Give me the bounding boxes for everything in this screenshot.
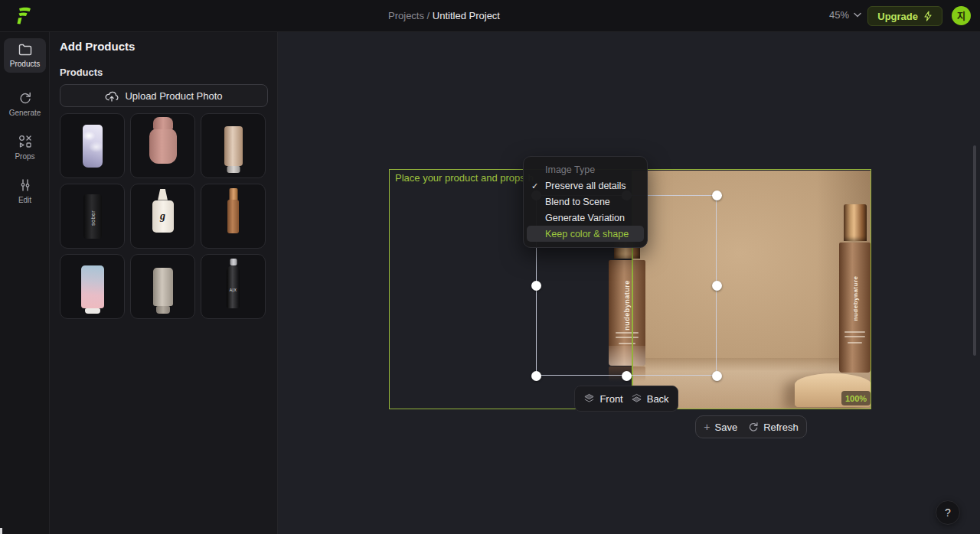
menu-item-label: Generate Variation — [545, 213, 625, 223]
label-lines — [844, 331, 864, 333]
layer-order-toolbar: Front Back — [574, 386, 678, 412]
product-image: g — [152, 200, 174, 233]
bring-to-front-button[interactable]: Front — [583, 393, 622, 405]
product-image: A|X — [227, 265, 240, 308]
product-thumbnail-4[interactable]: sober — [60, 184, 125, 249]
upload-product-photo-button[interactable]: Upload Product Photo — [60, 84, 268, 107]
menu-item-generate-variation[interactable]: Generate Variation — [524, 210, 647, 226]
refresh-icon — [748, 422, 759, 432]
lightning-icon — [923, 11, 933, 21]
sidebar-item-label: Products — [10, 60, 40, 68]
top-bar: Projects / Untitled Project 45% Upgrade … — [0, 0, 980, 32]
bottle-body: nudebynature — [839, 243, 871, 373]
product-image — [227, 200, 239, 233]
check-icon: ✓ — [531, 181, 538, 190]
sidebar-item-label: Props — [15, 152, 34, 161]
menu-item-keep-color-shape[interactable]: Keep color & shape — [527, 226, 644, 242]
generate-icon — [18, 91, 32, 105]
help-button[interactable]: ? — [936, 500, 960, 525]
product-grid: sober g A|X — [60, 113, 268, 319]
sidebar-item-products[interactable]: Products — [4, 38, 46, 73]
plus-icon: + — [704, 421, 710, 433]
canvas-scrollbar[interactable] — [973, 145, 976, 356]
bottle-brand-text: nudebynature — [851, 276, 858, 321]
scene-image[interactable] — [632, 171, 871, 409]
product-brand: g — [160, 210, 165, 223]
app-logo-icon[interactable] — [14, 6, 34, 26]
product-image — [153, 268, 173, 306]
selection-handle-mid-right[interactable] — [712, 281, 722, 291]
sliders-icon — [18, 178, 32, 192]
product-image — [81, 265, 104, 308]
products-section-label: Products — [60, 67, 103, 78]
save-label: Save — [715, 422, 738, 433]
sidebar-item-generate[interactable]: Generate — [4, 86, 46, 122]
label-lines — [616, 332, 639, 334]
upgrade-label: Upgrade — [877, 11, 918, 22]
upload-cloud-icon — [105, 90, 119, 102]
product-image — [83, 125, 103, 168]
refresh-button[interactable]: Refresh — [748, 422, 799, 433]
selection-handle-bottom-right[interactable] — [712, 371, 722, 381]
action-toolbar: + Save Refresh — [695, 415, 807, 438]
menu-item-label: Keep color & shape — [545, 229, 629, 239]
product-thumbnail-6[interactable] — [201, 184, 266, 249]
avatar[interactable]: 지 — [952, 6, 971, 25]
product-image: sober — [83, 194, 102, 239]
menu-item-label: Preserve all details — [545, 181, 626, 191]
menu-header: Image Type — [524, 161, 647, 177]
placed-product-bottle[interactable]: nudebynature — [609, 234, 645, 366]
product-thumbnail-3[interactable] — [201, 113, 266, 178]
selection-handle-bottom-left[interactable] — [531, 371, 541, 381]
refresh-label: Refresh — [763, 422, 799, 433]
product-thumbnail-7[interactable] — [60, 254, 125, 319]
send-to-back-button[interactable]: Back — [631, 393, 669, 405]
bottle-cap — [844, 204, 867, 241]
scene-product-bottle[interactable]: nudebynature — [839, 204, 871, 373]
corner-sliver — [0, 528, 2, 534]
product-image — [149, 129, 177, 164]
image-zoom-badge: 100% — [841, 391, 871, 405]
image-type-context-menu: Image Type ✓ Preserve all details Blend … — [523, 156, 648, 248]
menu-item-label: Blend to Scene — [545, 197, 610, 207]
upload-label: Upload Product Photo — [125, 90, 222, 102]
zoom-value: 45% — [829, 9, 849, 21]
sidebar-item-edit[interactable]: Edit — [4, 173, 46, 209]
selection-handle-top-right[interactable] — [712, 190, 722, 200]
props-icon — [18, 135, 32, 148]
bottle-glass — [609, 346, 645, 366]
front-label: Front — [599, 393, 622, 405]
label-lines — [619, 343, 635, 344]
bring-front-icon — [583, 393, 595, 404]
folder-icon — [18, 44, 32, 56]
product-thumbnail-5[interactable]: g — [130, 184, 195, 249]
back-label: Back — [647, 393, 669, 405]
product-image — [224, 126, 243, 166]
chevron-down-icon — [854, 12, 861, 18]
question-mark-icon: ? — [945, 506, 951, 519]
product-thumbnail-2[interactable] — [130, 113, 195, 178]
panel-title: Add Products — [60, 40, 135, 53]
label-lines — [848, 342, 861, 344]
product-thumbnail-8[interactable] — [130, 254, 195, 319]
breadcrumb-projects[interactable]: Projects / — [388, 10, 430, 21]
menu-item-preserve-all-details[interactable]: ✓ Preserve all details — [524, 177, 647, 194]
placement-hint-text: Place your product and props h — [395, 172, 534, 184]
sidebar-item-props[interactable]: Props — [4, 129, 46, 165]
save-button[interactable]: + Save — [704, 421, 737, 433]
upgrade-button[interactable]: Upgrade — [867, 6, 942, 26]
breadcrumb-current: Untitled Project — [433, 10, 500, 21]
breadcrumb: Projects / Untitled Project — [388, 10, 500, 21]
menu-item-blend-to-scene[interactable]: Blend to Scene — [524, 194, 647, 210]
product-thumbnail-1[interactable] — [60, 113, 125, 178]
send-back-icon — [631, 393, 642, 404]
bottle-body: nudebynature — [609, 260, 645, 366]
selection-handle-bottom-mid[interactable] — [622, 371, 632, 381]
product-thumbnail-9[interactable]: A|X — [201, 254, 266, 319]
sidebar-item-label: Edit — [18, 196, 31, 204]
selection-handle-mid-left[interactable] — [531, 281, 541, 291]
avatar-text: 지 — [957, 9, 965, 22]
tool-rail: Products Generate Props Edit — [0, 32, 50, 534]
product-brand: sober — [90, 210, 95, 226]
zoom-dropdown[interactable]: 45% — [829, 9, 861, 21]
